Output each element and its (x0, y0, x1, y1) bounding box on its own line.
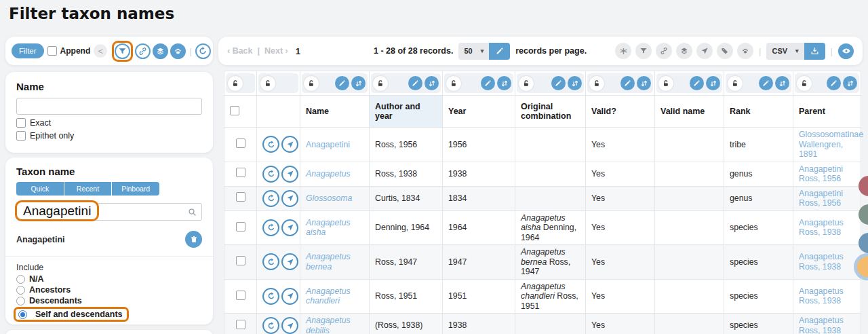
parent-link[interactable]: Anagapetini Ross, 1956 (799, 164, 843, 184)
tab-pinboard[interactable]: Pinboard (112, 182, 159, 196)
sort-column-button[interactable] (497, 76, 511, 90)
radial-navigator-button[interactable] (281, 219, 298, 236)
include-self-descendants-radio[interactable] (18, 310, 27, 319)
collapse-columns-button[interactable]: >|< (615, 43, 631, 59)
back-button[interactable]: ‹ Back (227, 46, 253, 56)
column-header[interactable]: Name (300, 96, 370, 128)
sort-column-button[interactable] (351, 76, 366, 90)
lock-icon[interactable] (446, 76, 461, 91)
exact-checkbox[interactable] (16, 118, 26, 128)
edit-column-button[interactable] (481, 76, 495, 90)
edit-column-button[interactable] (827, 76, 841, 90)
edit-column-button[interactable] (408, 76, 422, 90)
edit-column-button[interactable] (335, 76, 349, 90)
edit-column-button[interactable] (551, 76, 566, 90)
edit-column-button[interactable] (620, 76, 635, 90)
paw-results-button[interactable] (737, 43, 753, 59)
column-header[interactable]: Original combination (515, 96, 586, 128)
sort-column-button[interactable] (637, 76, 651, 90)
radial-navigator-button[interactable] (281, 253, 298, 270)
taxon-name-link[interactable]: Glossosoma (306, 193, 352, 203)
edit-column-button[interactable] (690, 76, 704, 90)
taxon-name-link[interactable]: Anagapetini (306, 140, 350, 149)
column-header[interactable]: Author and year (370, 96, 443, 128)
navigate-results-button[interactable] (696, 43, 713, 59)
parent-link[interactable]: Anagapetus Ross, 1938 (799, 286, 844, 306)
radial-annotator-button[interactable] (262, 219, 279, 236)
taxon-name-link[interactable]: Anagapetus debilis (306, 316, 351, 334)
column-header[interactable]: Valid name (655, 96, 724, 128)
include-na-radio[interactable] (16, 275, 25, 284)
radial-batch-button[interactable] (170, 43, 186, 59)
edit-column-button[interactable] (759, 76, 773, 90)
parent-link[interactable]: Anagapetus Ross, 1938 (799, 218, 844, 238)
edit-per-page-button[interactable] (489, 43, 510, 60)
preview-button[interactable] (838, 43, 854, 59)
sort-column-button[interactable] (843, 76, 857, 90)
link-results-button[interactable] (656, 43, 672, 59)
radial-annotator-button[interactable] (262, 253, 279, 270)
column-header[interactable]: Year (443, 96, 515, 128)
radial-annotator-button[interactable] (262, 136, 279, 153)
reset-filter-button[interactable] (195, 43, 211, 59)
export-format-select[interactable]: CSV ▾ (766, 43, 804, 60)
row-checkbox[interactable] (236, 192, 245, 202)
sort-column-button[interactable] (706, 76, 720, 90)
tab-recent[interactable]: Recent (64, 182, 112, 196)
radial-navigator-button[interactable] (281, 166, 298, 183)
row-checkbox[interactable] (236, 168, 245, 177)
sort-column-button[interactable] (568, 76, 582, 90)
tab-quick[interactable]: Quick (16, 182, 64, 196)
row-checkbox[interactable] (236, 222, 245, 231)
parent-link[interactable]: Anagapetus Ross, 1938 (799, 252, 844, 272)
next-button[interactable]: Next › (264, 46, 288, 56)
radial-navigator-button[interactable] (281, 136, 298, 153)
radial-annotator-button[interactable] (262, 317, 279, 334)
column-header[interactable]: Parent (793, 96, 861, 128)
parent-link[interactable]: Anagapetus Ross, 1938 (799, 316, 844, 334)
filter-columns-button[interactable] (635, 43, 652, 59)
parent-link[interactable]: Glossosomatinae Wallengren, 1891 (799, 130, 863, 159)
taxon-name-link[interactable]: Anagapetus chandleri (306, 286, 351, 306)
lock-icon[interactable] (519, 76, 534, 91)
radial-annotator-button[interactable] (262, 166, 279, 183)
collapse-filter-panel-button[interactable]: < (94, 44, 107, 58)
radial-annotator-button[interactable] (262, 190, 279, 207)
row-checkbox[interactable] (236, 291, 245, 300)
taxon-name-link[interactable]: Anagapetus aisha (306, 218, 351, 238)
taxon-name-link[interactable]: Anagapetus (306, 169, 351, 179)
lock-icon[interactable] (658, 76, 673, 91)
per-page-select[interactable]: 50 ▾ (458, 43, 489, 60)
column-header[interactable]: Valid? (586, 96, 655, 128)
lock-icon[interactable] (589, 76, 604, 91)
select-all-checkbox[interactable] (230, 106, 239, 115)
radial-navigator-button[interactable] (281, 317, 298, 334)
append-checkbox[interactable] (47, 46, 57, 56)
radial-mass-annotator-button[interactable] (153, 43, 168, 59)
row-checkbox[interactable] (236, 256, 245, 265)
epithet-only-checkbox[interactable] (16, 131, 26, 141)
row-checkbox[interactable] (236, 320, 245, 329)
radial-annotator-button[interactable] (262, 288, 279, 305)
lock-icon[interactable] (728, 76, 743, 91)
row-checkbox[interactable] (236, 138, 245, 148)
radial-filter-button[interactable] (115, 43, 130, 59)
radial-navigator-button[interactable] (281, 288, 298, 305)
download-button[interactable] (804, 43, 825, 60)
lock-icon[interactable] (797, 76, 812, 91)
lock-icon[interactable] (260, 76, 275, 91)
remove-taxon-button[interactable] (185, 231, 202, 248)
include-descendants-radio[interactable] (16, 297, 25, 305)
name-input[interactable] (16, 98, 202, 115)
sort-column-button[interactable] (425, 76, 439, 90)
filter-button[interactable]: Filter (12, 43, 44, 58)
include-ancestors-radio[interactable] (16, 286, 25, 295)
lock-icon[interactable] (304, 76, 319, 91)
radial-navigator-button[interactable] (281, 190, 298, 207)
radial-linker-button[interactable] (135, 43, 151, 59)
layers-results-button[interactable] (676, 43, 692, 59)
tag-results-button[interactable] (717, 43, 733, 59)
sort-column-button[interactable] (775, 76, 789, 90)
lock-icon[interactable] (373, 76, 388, 91)
parent-link[interactable]: Anagapetini Ross, 1956 (799, 189, 843, 208)
